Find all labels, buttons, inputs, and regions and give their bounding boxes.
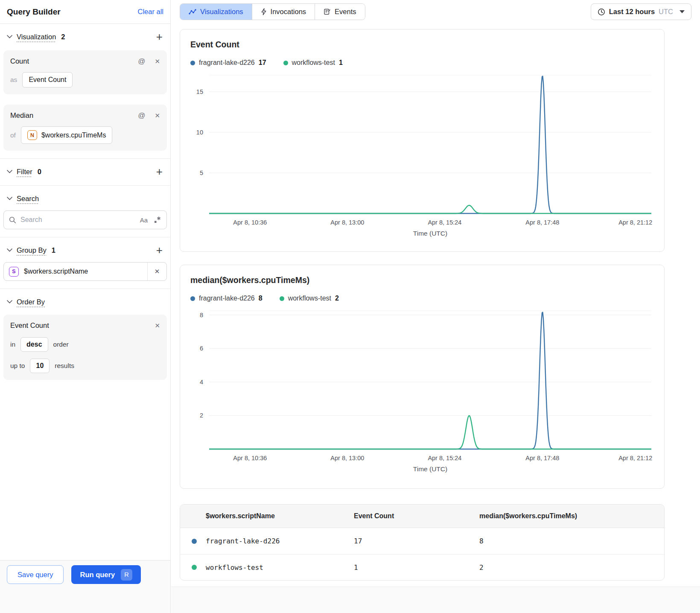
count-card-title: Count <box>10 57 29 65</box>
legend-series-name: workflows-test <box>292 59 335 67</box>
mention-icon[interactable]: @ <box>138 58 145 65</box>
result-limit-input[interactable]: 10 <box>30 359 50 373</box>
filter-section-header[interactable]: Filter 0 + <box>3 163 167 180</box>
search-section: Search Aa <box>0 186 170 237</box>
legend-item[interactable]: workflows-test 2 <box>280 295 339 302</box>
match-case-icon[interactable]: Aa <box>140 216 148 224</box>
run-query-shortcut-badge: R <box>121 569 132 581</box>
group-by-label: Group By <box>17 246 47 254</box>
save-query-button[interactable]: Save query <box>7 565 64 584</box>
median-visualization-card: Median @ ✕ of N $workers.cpuTimeMs <box>3 105 167 151</box>
legend-series-value: 8 <box>259 295 262 302</box>
remove-count-icon[interactable]: ✕ <box>155 58 160 64</box>
add-filter-button[interactable]: + <box>155 167 163 176</box>
main-content: Event Count fragrant-lake-d226 17 workfl… <box>180 29 665 581</box>
median-field-selector[interactable]: N $workers.cpuTimeMs <box>21 126 112 144</box>
legend-series-name: fragrant-lake-d226 <box>199 295 255 302</box>
visualization-section-header[interactable]: Visualization 2 + <box>3 28 167 45</box>
remove-median-icon[interactable]: ✕ <box>155 112 160 119</box>
svg-text:Apr 8, 10:36: Apr 8, 10:36 <box>233 455 267 461</box>
chart-title: Event Count <box>190 40 654 50</box>
svg-text:Apr 8, 17:48: Apr 8, 17:48 <box>525 219 559 226</box>
tab-label: Visualizations <box>200 8 243 16</box>
tab-events[interactable]: Events <box>315 4 365 20</box>
of-label: of <box>10 131 16 139</box>
order-by-card: Event Count ✕ in desc order up to 10 res… <box>3 315 167 380</box>
group-by-item[interactable]: S $workers.scriptName ✕ <box>3 262 167 281</box>
legend-series-name: fragrant-lake-d226 <box>199 59 255 67</box>
results-table: $workers.scriptName Event Count median($… <box>180 504 665 581</box>
footer-strip <box>171 587 700 613</box>
clear-all-link[interactable]: Clear all <box>137 8 163 16</box>
order-by-field: Event Count <box>10 321 49 330</box>
count-visualization-card: Count @ ✕ as Event Count <box>3 50 167 94</box>
time-range-label: Last 12 hours <box>609 8 655 16</box>
time-range-dropdown[interactable]: Last 12 hours UTC <box>591 3 691 20</box>
event-count-chart-card: Event Count fragrant-lake-d226 17 workfl… <box>180 29 665 252</box>
add-visualization-button[interactable]: + <box>155 32 163 41</box>
lightning-icon <box>261 8 267 15</box>
remove-group-by-icon[interactable]: ✕ <box>148 268 166 275</box>
search-input[interactable] <box>20 216 136 224</box>
median-field-value: $workers.cpuTimeMs <box>41 131 106 139</box>
svg-text:15: 15 <box>196 88 203 95</box>
chart-line-icon <box>189 9 196 15</box>
search-icon <box>9 216 16 224</box>
legend-series-value: 17 <box>259 59 266 67</box>
group-by-section-header[interactable]: Group By 1 + <box>3 242 167 259</box>
in-label: in <box>10 341 15 348</box>
tab-visualizations[interactable]: Visualizations <box>180 4 252 20</box>
series-color-dot <box>190 296 195 301</box>
table-row: fragrant-lake-d226 17 8 <box>180 528 664 554</box>
svg-text:Apr 8, 15:24: Apr 8, 15:24 <box>428 219 461 226</box>
table-row: workflows-test 1 2 <box>180 554 664 580</box>
svg-text:Apr 8, 15:24: Apr 8, 15:24 <box>428 455 461 461</box>
time-range-timezone: UTC <box>659 8 673 16</box>
series-color-dot <box>192 539 197 544</box>
group-by-count: 1 <box>52 246 55 254</box>
median-value: 8 <box>479 537 664 545</box>
svg-text:Time (UTC): Time (UTC) <box>413 230 447 237</box>
order-by-label: Order By <box>17 298 45 306</box>
svg-text:Time (UTC): Time (UTC) <box>413 465 447 473</box>
chevron-down-icon <box>7 248 12 252</box>
chevron-down-icon <box>7 35 12 38</box>
count-alias-value: Event Count <box>29 76 66 84</box>
median-cputime-chart-card: median($workers.cpuTimeMs) fragrant-lake… <box>180 265 665 489</box>
visualization-section: Visualization 2 + Count @ ✕ as Event Cou… <box>0 24 170 159</box>
median-value: 2 <box>479 563 664 572</box>
series-color-dot <box>280 296 284 301</box>
tab-invocations[interactable]: Invocations <box>252 4 315 20</box>
run-query-label: Run query <box>80 571 115 579</box>
search-label: Search <box>17 195 39 203</box>
legend-item[interactable]: workflows-test 1 <box>283 59 343 67</box>
svg-text:10: 10 <box>196 129 203 136</box>
mention-icon[interactable]: @ <box>138 112 145 119</box>
chart-title: median($workers.cpuTimeMs) <box>190 275 654 285</box>
chevron-down-icon <box>7 197 12 200</box>
filter-section: Filter 0 + <box>0 159 170 186</box>
remove-order-by-icon[interactable]: ✕ <box>155 322 160 329</box>
svg-text:Apr 8, 21:12: Apr 8, 21:12 <box>618 455 652 461</box>
regex-icon[interactable] <box>154 216 161 224</box>
search-section-header[interactable]: Search <box>3 190 167 207</box>
filter-label: Filter <box>17 168 32 176</box>
results-label: results <box>55 362 74 370</box>
svg-text:Apr 8, 17:48: Apr 8, 17:48 <box>525 455 559 461</box>
page-title: Query Builder <box>7 7 61 17</box>
filter-count: 0 <box>38 168 41 176</box>
order-label: order <box>53 341 69 348</box>
sort-direction-selector[interactable]: desc <box>20 337 48 352</box>
count-alias-field[interactable]: Event Count <box>22 72 73 88</box>
legend-item[interactable]: fragrant-lake-d226 17 <box>190 59 266 67</box>
median-card-title: Median <box>10 111 33 120</box>
chart-legend: fragrant-lake-d226 17 workflows-test 1 <box>190 59 654 67</box>
svg-text:5: 5 <box>200 169 203 176</box>
order-by-section-header[interactable]: Order By <box>3 293 167 310</box>
legend-item[interactable]: fragrant-lake-d226 8 <box>190 295 262 302</box>
table-header-row: $workers.scriptName Event Count median($… <box>180 505 664 528</box>
run-query-button[interactable]: Run query R <box>71 565 141 584</box>
add-group-by-button[interactable]: + <box>155 246 163 254</box>
chevron-down-icon <box>7 170 12 173</box>
column-header-event-count: Event Count <box>354 512 479 520</box>
